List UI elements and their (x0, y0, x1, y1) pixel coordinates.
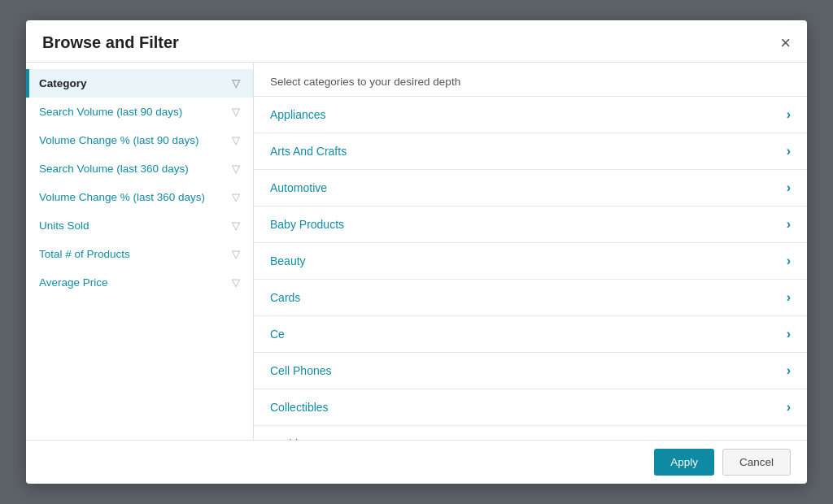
category-item-0[interactable]: Appliances› (254, 97, 807, 133)
sidebar: Category▽Search Volume (last 90 days)▽Vo… (26, 63, 254, 440)
filter-icon: ▽ (232, 77, 240, 89)
sidebar-item-2[interactable]: Volume Change % (last 90 days)▽ (26, 126, 253, 154)
filter-icon: ▽ (232, 163, 240, 175)
sidebar-item-0[interactable]: Category▽ (26, 69, 253, 98)
sidebar-item-label: Units Sold (39, 219, 89, 232)
sidebar-item-5[interactable]: Units Sold▽ (26, 211, 253, 240)
chevron-right-icon: › (787, 107, 791, 122)
sidebar-item-label: Volume Change % (last 360 days) (39, 191, 205, 203)
modal-footer: Apply Cancel (26, 440, 807, 484)
chevron-right-icon: › (787, 180, 791, 195)
sidebar-item-4[interactable]: Volume Change % (last 360 days)▽ (26, 183, 253, 211)
category-item-2[interactable]: Automotive› (254, 170, 807, 206)
category-list: Appliances›Arts And Crafts›Automotive›Ba… (254, 97, 807, 440)
sidebar-item-label: Search Volume (last 360 days) (39, 163, 189, 175)
category-item-3[interactable]: Baby Products› (254, 206, 807, 243)
sidebar-item-label: Average Price (39, 276, 108, 289)
category-item-8[interactable]: Collectibles› (254, 389, 807, 426)
filter-icon: ▽ (232, 248, 240, 260)
category-label: Automotive (270, 181, 327, 194)
category-label: Baby Products (270, 218, 344, 231)
sidebar-item-label: Category (39, 77, 87, 89)
chevron-right-icon: › (787, 217, 791, 232)
sidebar-item-label: Total # of Products (39, 248, 130, 260)
modal-header: Browse and Filter × (26, 20, 807, 63)
filter-icon: ▽ (232, 276, 240, 289)
category-item-6[interactable]: Ce› (254, 316, 807, 353)
apply-button[interactable]: Apply (654, 449, 714, 476)
category-label: Cards (270, 291, 300, 304)
category-item-4[interactable]: Beauty› (254, 243, 807, 280)
category-label: Beauty (270, 254, 306, 267)
overlay: Browse and Filter × Category▽Search Volu… (0, 0, 833, 504)
category-item-5[interactable]: Cards› (254, 280, 807, 316)
main-content: Select categories to your desired depth … (254, 63, 807, 440)
modal-title: Browse and Filter (42, 33, 179, 52)
category-label: Collectibles (270, 401, 329, 414)
chevron-right-icon: › (787, 363, 791, 378)
chevron-right-icon: › (787, 327, 791, 341)
sidebar-item-label: Volume Change % (last 90 days) (39, 134, 199, 146)
category-label: Ce (270, 328, 285, 341)
filter-icon: ▽ (232, 191, 240, 203)
filter-icon: ▽ (232, 106, 240, 118)
cancel-button[interactable]: Cancel (722, 449, 791, 476)
modal-dialog: Browse and Filter × Category▽Search Volu… (26, 20, 807, 484)
category-item-7[interactable]: Cell Phones› (254, 353, 807, 389)
sidebar-item-1[interactable]: Search Volume (last 90 days)▽ (26, 98, 253, 126)
chevron-right-icon: › (787, 144, 791, 159)
filter-icon: ▽ (232, 134, 240, 146)
chevron-right-icon: › (787, 290, 791, 305)
sidebar-item-7[interactable]: Average Price▽ (26, 268, 253, 297)
main-instruction: Select categories to your desired depth (254, 63, 807, 97)
modal-body: Category▽Search Volume (last 90 days)▽Vo… (26, 63, 807, 440)
category-label: Appliances (270, 108, 326, 121)
sidebar-item-6[interactable]: Total # of Products▽ (26, 240, 253, 268)
sidebar-item-3[interactable]: Search Volume (last 360 days)▽ (26, 154, 253, 183)
filter-icon: ▽ (232, 219, 240, 232)
category-item-1[interactable]: Arts And Crafts› (254, 133, 807, 170)
category-item-9[interactable]: Fashion› (254, 426, 807, 440)
sidebar-item-label: Search Volume (last 90 days) (39, 106, 182, 118)
chevron-right-icon: › (787, 400, 791, 415)
chevron-right-icon: › (787, 254, 791, 268)
category-label: Arts And Crafts (270, 145, 347, 158)
close-button[interactable]: × (780, 34, 791, 52)
category-label: Cell Phones (270, 364, 332, 377)
